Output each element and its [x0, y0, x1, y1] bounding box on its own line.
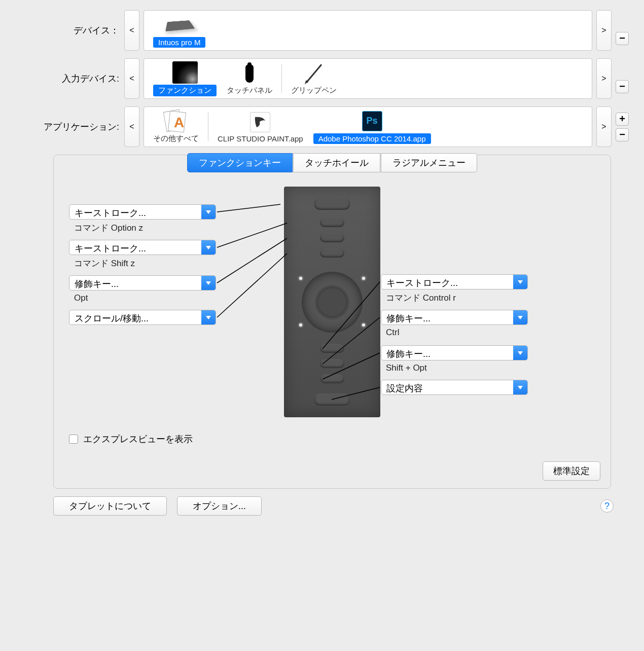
left-key-2-subtitle: コマンド Shift z: [74, 258, 135, 269]
touch-icon: [245, 64, 254, 83]
app-label: アプリケーション:: [15, 121, 124, 133]
device-row: デバイス： < Intuos pro M > −: [15, 10, 629, 51]
app-row: アプリケーション: < A その他すべて CLIP STUDIO PAINT.a…: [15, 106, 629, 147]
app-selector: A その他すべて CLIP STUDIO PAINT.app Ps Adobe …: [144, 106, 592, 147]
chevron-down-icon: [513, 380, 527, 394]
right-key-1-subtitle: コマンド Control r: [386, 292, 456, 304]
svg-line-3: [217, 254, 287, 317]
app-add-button[interactable]: +: [616, 113, 629, 126]
settings-panel: ファンクションキー タッチホイール ラジアルメニュー: [53, 155, 611, 489]
right-key-2-combo[interactable]: 修飾キー...: [381, 310, 528, 325]
device-name: Intuos pro M: [153, 37, 205, 48]
left-key-2-combo[interactable]: キーストローク...: [69, 240, 216, 255]
left-key-4-combo[interactable]: スクロール/移動...: [69, 310, 216, 325]
left-key-3-subtitle: Opt: [74, 293, 88, 303]
app-label-0: その他すべて: [153, 134, 199, 143]
express-view-label: エクスプレスビューを表示: [83, 433, 193, 445]
chevron-down-icon: [513, 275, 527, 289]
device-selector[interactable]: Intuos pro M: [144, 10, 592, 51]
device-item[interactable]: Intuos pro M: [153, 14, 205, 48]
right-key-4-combo[interactable]: 設定内容: [381, 380, 528, 395]
input-label-0: ファンクション: [153, 85, 217, 96]
chevron-down-icon: [201, 205, 216, 219]
svg-line-1: [217, 223, 287, 247]
right-key-3-subtitle: Shift + Opt: [386, 363, 427, 373]
device-label: デバイス：: [15, 24, 124, 37]
left-key-3-combo[interactable]: 修飾キー...: [69, 275, 216, 291]
input-label: 入力デバイス:: [15, 73, 124, 85]
device-next-button[interactable]: >: [596, 10, 612, 51]
chevron-down-icon: [201, 276, 216, 290]
chevron-down-icon: [513, 346, 527, 360]
input-prev-button[interactable]: <: [124, 58, 139, 99]
chevron-down-icon: [513, 310, 527, 324]
app-item-other[interactable]: A その他すべて: [153, 111, 199, 143]
functions-icon: [172, 61, 198, 84]
device-prev-button[interactable]: <: [124, 10, 139, 51]
input-selector: ファンクション タッチパネル グリップペン: [144, 58, 592, 99]
ps-icon: Ps: [362, 111, 382, 131]
default-button[interactable]: 標準設定: [543, 461, 600, 481]
input-row: 入力デバイス: < ファンクション タッチパネル グリップペン > −: [15, 58, 629, 99]
tablet-diagram: [284, 187, 380, 417]
express-view-checkbox[interactable]: [69, 435, 78, 444]
input-next-button[interactable]: >: [596, 58, 612, 99]
bottom-button-row: タブレットについて オプション... ?: [15, 496, 629, 516]
tab-radial-menu[interactable]: ラジアルメニュー: [381, 153, 477, 172]
input-item-pen[interactable]: グリップペン: [291, 62, 337, 95]
svg-line-2: [217, 238, 287, 283]
input-label-1: タッチパネル: [227, 86, 272, 95]
app-item-ps[interactable]: Ps Adobe Photoshop CC 2014.app: [313, 110, 431, 144]
about-tablet-button[interactable]: タブレットについて: [53, 496, 167, 516]
device-remove-button[interactable]: −: [616, 32, 629, 45]
left-key-1-subtitle: コマンド Option z: [74, 222, 143, 234]
app-label-2: Adobe Photoshop CC 2014.app: [313, 133, 431, 144]
app-remove-button[interactable]: −: [616, 128, 629, 141]
generic-app-icon: A: [165, 111, 187, 133]
right-key-3-combo[interactable]: 修飾キー...: [381, 345, 528, 360]
input-item-functions[interactable]: ファンクション: [153, 61, 217, 96]
right-key-1-combo[interactable]: キーストローク...: [381, 274, 528, 290]
left-key-1-combo[interactable]: キーストローク...: [69, 204, 216, 220]
options-button[interactable]: オプション...: [177, 496, 262, 516]
tab-function-keys[interactable]: ファンクションキー: [187, 153, 293, 172]
app-label-1: CLIP STUDIO PAINT.app: [218, 134, 303, 143]
function-key-area: キーストローク... コマンド Option z キーストローク... コマンド…: [54, 187, 611, 455]
svg-line-0: [217, 204, 280, 212]
input-remove-button[interactable]: −: [616, 80, 629, 93]
chevron-down-icon: [201, 240, 216, 255]
csp-icon: [250, 112, 270, 132]
help-button[interactable]: ?: [600, 499, 614, 513]
input-item-touch[interactable]: タッチパネル: [227, 62, 272, 95]
input-label-2: グリップペン: [291, 86, 337, 95]
tab-touch-wheel[interactable]: タッチホイール: [293, 153, 380, 172]
app-next-button[interactable]: >: [596, 106, 612, 147]
app-prev-button[interactable]: <: [124, 106, 139, 147]
tab-row: ファンクションキー タッチホイール ラジアルメニュー: [54, 155, 611, 174]
divider: [208, 113, 208, 141]
tablet-icon: [165, 20, 195, 31]
divider: [281, 64, 282, 93]
app-item-csp[interactable]: CLIP STUDIO PAINT.app: [218, 111, 303, 143]
right-key-2-subtitle: Ctrl: [386, 328, 399, 338]
pen-icon: [306, 64, 321, 82]
chevron-down-icon: [201, 310, 216, 324]
